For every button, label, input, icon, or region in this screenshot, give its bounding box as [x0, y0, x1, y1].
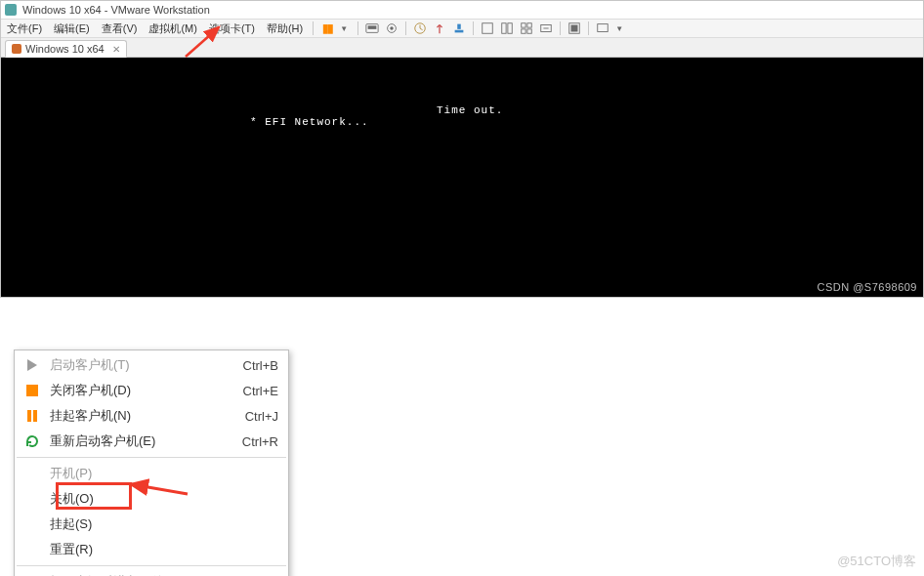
view-mode-icon[interactable] — [594, 20, 611, 37]
ctx-reset[interactable]: 重置(R) — [15, 537, 288, 562]
toolbar-separator — [357, 21, 358, 35]
usb-icon[interactable] — [431, 20, 448, 37]
window-title-text: Windows 10 x64 - VMware Workstation — [22, 4, 210, 16]
vmware-app-icon — [5, 4, 17, 16]
console-timeout-text: Time out. — [437, 104, 503, 116]
svg-rect-17 — [598, 24, 609, 32]
svg-rect-1 — [368, 25, 377, 29]
svg-rect-11 — [527, 23, 531, 27]
vm-tab-windows10[interactable]: Windows 10 x64 ✕ — [5, 40, 127, 58]
unity-icon[interactable] — [479, 20, 496, 37]
csdn-watermark: CSDN @S7698609 — [817, 281, 917, 293]
svg-rect-13 — [527, 29, 531, 33]
context-menu-separator — [17, 565, 286, 566]
network-icon[interactable] — [450, 20, 468, 37]
clock-icon[interactable] — [411, 20, 429, 37]
restart-icon — [21, 433, 44, 449]
power-context-menu: 启动客户机(T) Ctrl+B 关闭客户机(D) Ctrl+E 挂起客户机(N)… — [14, 350, 289, 576]
close-tab-icon[interactable]: ✕ — [112, 44, 120, 55]
vm-tabbar: Windows 10 x64 ✕ — [1, 38, 923, 58]
ctx-suspend-guest[interactable]: 挂起客户机(N) Ctrl+J — [15, 403, 288, 429]
vm-tab-icon — [12, 44, 21, 54]
menu-help[interactable]: 帮助(H) — [261, 21, 309, 36]
thumbnail-icon[interactable] — [518, 20, 535, 37]
51cto-watermark: @51CTO博客 — [837, 553, 916, 570]
send-ctrl-alt-del-icon[interactable] — [363, 20, 381, 37]
ctx-shutdown-guest[interactable]: 关闭客户机(D) Ctrl+E — [15, 378, 288, 403]
stretch-icon[interactable] — [537, 20, 555, 37]
stop-icon — [21, 385, 44, 396]
svg-point-3 — [390, 26, 394, 30]
svg-rect-5 — [455, 30, 464, 33]
console-efi-text: * EFI Network... — [250, 116, 369, 128]
menu-file[interactable]: 文件(F) — [1, 21, 48, 36]
ctx-power-on-firmware: 打开电源时进入固件(F) CSDN @S7698609 — [15, 569, 288, 576]
ctx-start-guest: 启动客户机(T) Ctrl+B — [15, 352, 288, 378]
view-mode-dropdown-caret[interactable]: ▼ — [610, 20, 628, 37]
pause-icon — [21, 410, 44, 422]
svg-rect-12 — [522, 29, 525, 33]
window-titlebar: Windows 10 x64 - VMware Workstation — [1, 1, 923, 19]
suspend-vm-button[interactable]: ▮▮ — [318, 20, 336, 37]
vm-tab-label: Windows 10 x64 — [25, 43, 105, 55]
toolbar-separator — [588, 21, 589, 35]
menu-edit[interactable]: 编辑(E) — [48, 21, 96, 36]
fullscreen-icon[interactable] — [566, 20, 583, 37]
context-menu-separator — [17, 457, 286, 458]
svg-rect-6 — [457, 24, 461, 29]
menu-tabs[interactable]: 选项卡(T) — [203, 21, 261, 36]
svg-rect-7 — [483, 23, 493, 34]
menubar: 文件(F) 编辑(E) 查看(V) 虚拟机(M) 选项卡(T) 帮助(H) ▮▮… — [1, 19, 923, 38]
svg-rect-8 — [502, 23, 506, 34]
vmware-window: Windows 10 x64 - VMware Workstation 文件(F… — [0, 0, 924, 298]
toolbar-separator — [473, 21, 474, 35]
ctx-suspend[interactable]: 挂起(S) — [15, 512, 288, 537]
toolbar-separator — [560, 21, 561, 35]
power-dropdown-caret[interactable]: ▼ — [335, 20, 353, 37]
menu-view[interactable]: 查看(V) — [96, 21, 144, 36]
console-view-icon[interactable] — [498, 20, 516, 37]
ctx-restart-guest[interactable]: 重新启动客户机(E) Ctrl+R — [15, 429, 288, 454]
play-icon — [21, 359, 44, 371]
menu-vm[interactable]: 虚拟机(M) — [143, 21, 203, 36]
svg-rect-9 — [508, 23, 512, 34]
toolbar-separator — [405, 21, 406, 35]
ctx-power-off[interactable]: 关机(O) — [15, 486, 288, 512]
svg-rect-10 — [522, 23, 525, 27]
svg-rect-16 — [571, 25, 578, 32]
snapshot-icon[interactable] — [383, 20, 400, 37]
ctx-power-on: 开机(P) — [15, 461, 288, 486]
vm-console-screen[interactable]: Time out. * EFI Network... CSDN @S769860… — [1, 58, 923, 297]
toolbar-separator — [313, 21, 314, 35]
